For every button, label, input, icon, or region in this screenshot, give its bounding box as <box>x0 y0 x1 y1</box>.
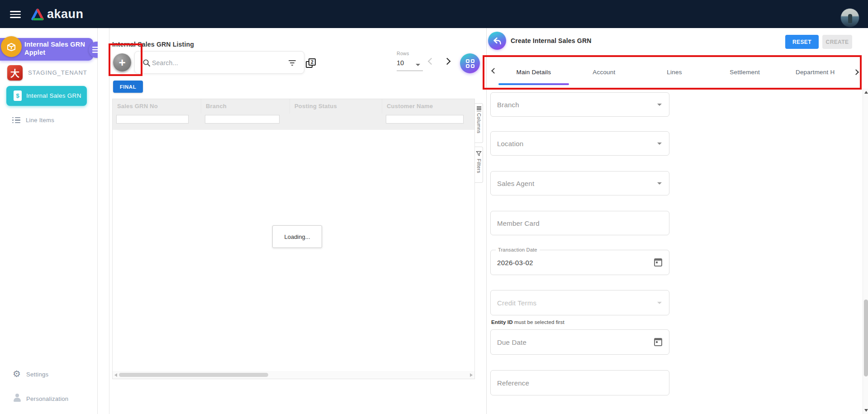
location-select[interactable]: Location <box>490 131 669 156</box>
package-icon <box>1 36 22 57</box>
applet-header: Internal Sales GRN Applet <box>0 38 93 61</box>
user-avatar[interactable] <box>840 8 859 27</box>
panel-scrollbar <box>863 89 868 414</box>
prev-page-icon[interactable] <box>428 58 435 65</box>
filter-input-customer-name[interactable] <box>386 115 464 124</box>
caret-down-icon <box>657 302 662 304</box>
caret-down-icon <box>657 143 662 145</box>
scroll-right-icon[interactable] <box>470 373 473 377</box>
entity-id-hint: Entity ID must be selected first <box>491 319 564 325</box>
horizontal-scrollbar <box>113 371 474 379</box>
rows-underline <box>397 71 423 71</box>
search-input[interactable] <box>152 58 256 68</box>
scroll-left-icon[interactable] <box>114 373 117 377</box>
layers-2-icon[interactable]: 2 <box>306 58 317 69</box>
column-header[interactable]: Branch <box>201 99 290 114</box>
listing-left-border <box>109 28 109 414</box>
table-filter-row <box>113 114 474 130</box>
list-icon <box>12 117 20 124</box>
tabs-scroll-right-icon <box>853 69 859 75</box>
tab-main-details[interactable]: Main Details <box>498 59 569 85</box>
sidebar-item-label: Settings <box>26 371 48 378</box>
column-header[interactable]: Customer Name <box>382 99 474 114</box>
listing-table: Sales GRN No Branch Posting Status Custo… <box>112 99 475 379</box>
person-icon <box>13 394 21 402</box>
credit-terms-select-disabled: Credit Terms <box>490 290 669 315</box>
logo-text: akaun <box>47 7 84 21</box>
search-icon <box>142 59 151 67</box>
form-tabs: Main Details Account Lines Settlement De… <box>498 59 850 85</box>
filter-list-icon[interactable] <box>289 60 296 66</box>
sidebar-item-label: Personalization <box>26 395 68 402</box>
filter-funnel-icon <box>476 151 482 157</box>
reset-button[interactable]: RESET <box>785 35 819 49</box>
transaction-date-field[interactable]: Transaction Date 2026-03-02 <box>490 250 669 275</box>
rows-label: Rows <box>397 51 409 56</box>
tab-settlement[interactable]: Settlement <box>710 59 780 85</box>
grid-icon <box>466 59 474 68</box>
gear-icon: ⚙ <box>13 368 21 379</box>
add-record-button[interactable]: + <box>113 53 131 71</box>
menu-icon[interactable] <box>10 11 21 18</box>
calendar-icon[interactable] <box>654 338 662 346</box>
columns-side-tab[interactable]: Columns <box>475 103 483 143</box>
akaun-logo: akaun <box>31 7 84 21</box>
sales-agent-select[interactable]: Sales Agent <box>490 171 669 195</box>
back-button[interactable] <box>488 32 506 50</box>
caret-down-icon[interactable] <box>416 64 420 66</box>
scrollbar-thumb[interactable] <box>119 373 268 377</box>
tab-account[interactable]: Account <box>569 59 640 85</box>
sidebar-item-personalization[interactable]: Personalization <box>0 393 98 406</box>
scroll-down-icon[interactable] <box>864 409 868 412</box>
sidebar: Internal Sales GRN Applet 大 STAGING_TENA… <box>0 28 98 414</box>
app-root: akaun Internal Sales GRN Applet <box>0 0 868 414</box>
table-header-row: Sales GRN No Branch Posting Status Custo… <box>113 99 474 114</box>
member-card-field[interactable]: Member Card <box>490 211 669 235</box>
next-page-icon[interactable] <box>444 58 451 65</box>
search-box <box>134 51 304 74</box>
filter-input-branch[interactable] <box>205 115 280 124</box>
calendar-icon[interactable] <box>654 258 662 266</box>
filters-side-tab[interactable]: Filters <box>475 147 483 183</box>
panel-title: Create Internal Sales GRN <box>511 37 592 44</box>
columns-grip-icon <box>477 106 481 111</box>
sidebar-item-label: Internal Sales GRN <box>26 92 81 99</box>
tab-department[interactable]: Department H <box>780 59 850 85</box>
sidebar-item-label: Line Items <box>26 117 54 124</box>
tenant-label: STAGING_TENANT <box>28 69 87 76</box>
due-date-field[interactable]: Due Date <box>490 329 669 355</box>
loading-indicator: Loading... <box>272 225 322 248</box>
grid-view-button[interactable] <box>460 53 480 73</box>
final-filter-chip[interactable]: FINAL <box>113 81 143 93</box>
column-header[interactable]: Posting Status <box>290 99 382 114</box>
rows-per-page-select[interactable]: 10 <box>397 59 404 67</box>
top-navbar: akaun <box>0 0 868 28</box>
logo-triangle-icon <box>31 8 44 21</box>
back-arrow-icon <box>492 36 502 46</box>
applet-title: Internal Sales GRN Applet <box>24 40 92 57</box>
sidebar-item-internal-sales-grn[interactable]: $ Internal Sales GRN <box>6 86 87 106</box>
document-dollar-icon: $ <box>14 90 22 101</box>
tabs-scroll-left-icon[interactable] <box>491 68 497 74</box>
tenant-icon: 大 <box>7 65 23 81</box>
caret-down-icon <box>657 104 662 106</box>
listing-region: Internal Sales GRN Listing + 2 Rows 10 F… <box>98 28 486 414</box>
scroll-up-icon[interactable] <box>864 91 868 94</box>
tab-lines[interactable]: Lines <box>639 59 710 85</box>
tabs-scroll-right[interactable] <box>847 60 865 84</box>
branch-select[interactable]: Branch <box>490 92 669 117</box>
reference-field[interactable]: Reference <box>490 370 669 395</box>
sidebar-item-line-items[interactable]: Line Items <box>0 115 98 128</box>
caret-down-icon <box>657 182 662 185</box>
scrollbar-thumb[interactable] <box>864 300 868 376</box>
filter-input-sales-grn-no[interactable] <box>116 115 189 124</box>
column-header[interactable]: Sales GRN No <box>113 99 201 114</box>
listing-title: Internal Sales GRN Listing <box>112 41 194 48</box>
create-button[interactable]: CREATE <box>822 35 852 49</box>
sidebar-item-tenant[interactable]: 大 STAGING_TENANT <box>0 65 98 81</box>
create-panel: Create Internal Sales GRN RESET CREATE M… <box>486 28 868 414</box>
sidebar-item-settings[interactable]: ⚙ Settings <box>0 368 98 382</box>
